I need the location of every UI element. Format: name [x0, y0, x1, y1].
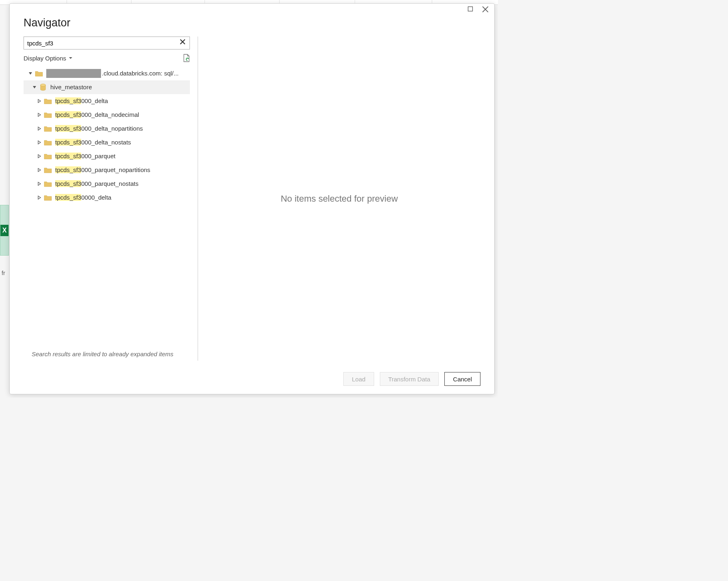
tree-database[interactable]: hive_metastore	[24, 80, 190, 94]
tree-item-label: tpcds_sf3000_delta	[55, 94, 108, 108]
excel-sidebar-badge: X	[0, 205, 9, 256]
close-button[interactable]	[482, 6, 489, 13]
caret-expanded-icon	[28, 71, 32, 75]
refresh-button[interactable]	[183, 54, 190, 62]
maximize-icon	[467, 6, 473, 12]
tree-item-label: tpcds_sf30000_delta	[55, 191, 111, 204]
tree-database-label: hive_metastore	[50, 80, 92, 94]
display-options-label: Display Options	[24, 55, 66, 62]
load-button[interactable]: Load	[343, 372, 374, 386]
tree-item-label: tpcds_sf3000_parquet_nopartitions	[55, 163, 150, 177]
caret-collapsed-icon	[37, 168, 41, 172]
cancel-button[interactable]: Cancel	[444, 372, 480, 386]
database-icon	[39, 84, 47, 91]
svg-rect-0	[468, 7, 473, 11]
redacted-hostname	[46, 69, 101, 78]
tree-view: .cloud.databricks.com: sql/... hive_meta…	[24, 67, 190, 204]
folder-icon	[44, 97, 52, 105]
maximize-button[interactable]	[467, 6, 475, 13]
caret-collapsed-icon	[37, 182, 41, 186]
folder-icon	[35, 70, 43, 77]
folder-icon	[44, 194, 52, 201]
caret-collapsed-icon	[37, 127, 41, 131]
dialog-title: Navigator	[24, 17, 480, 29]
navigator-dialog: Navigator Display Options	[9, 3, 495, 394]
caret-collapsed-icon	[37, 196, 41, 200]
caret-collapsed-icon	[37, 99, 41, 103]
tree-item-label: tpcds_sf3000_delta_nodecimal	[55, 108, 139, 122]
tree-item[interactable]: tpcds_sf3000_parquet	[24, 149, 190, 163]
caret-collapsed-icon	[37, 140, 41, 144]
tree-item[interactable]: tpcds_sf3000_parquet_nopartitions	[24, 163, 190, 177]
tree-item[interactable]: tpcds_sf3000_parquet_nostats	[24, 177, 190, 191]
folder-icon	[44, 166, 52, 174]
folder-icon	[44, 153, 52, 160]
preview-empty-message: No items selected for preview	[281, 194, 398, 204]
folder-icon	[44, 180, 52, 187]
clear-search-button[interactable]	[179, 39, 187, 47]
tree-item-label: tpcds_sf3000_delta_nopartitions	[55, 122, 143, 136]
preview-pane: No items selected for preview	[198, 37, 480, 361]
tree-item-label: tpcds_sf3000_delta_nostats	[55, 136, 131, 149]
tree-item-label: tpcds_sf3000_parquet	[55, 149, 115, 163]
button-row: Load Transform Data Cancel	[24, 361, 480, 386]
titlebar	[10, 4, 494, 13]
search-input[interactable]	[24, 37, 190, 49]
caret-expanded-icon	[32, 85, 37, 89]
search-note: Search results are limited to already ex…	[24, 351, 190, 357]
left-pane: Display Options	[24, 37, 198, 361]
background-label: fr	[2, 270, 5, 276]
tree-item[interactable]: tpcds_sf30000_delta	[24, 191, 190, 204]
tree-item[interactable]: tpcds_sf3000_delta_nopartitions	[24, 122, 190, 136]
tree-item[interactable]: tpcds_sf3000_delta	[24, 94, 190, 108]
tree-item[interactable]: tpcds_sf3000_delta_nostats	[24, 136, 190, 149]
folder-icon	[44, 125, 52, 132]
folder-icon	[44, 111, 52, 118]
transform-data-button[interactable]: Transform Data	[380, 372, 439, 386]
folder-icon	[44, 139, 52, 146]
tree-item-label: tpcds_sf3000_parquet_nostats	[55, 177, 138, 191]
display-options-dropdown[interactable]: Display Options	[24, 55, 73, 62]
excel-logo: X	[0, 225, 9, 236]
tree-root-label: .cloud.databricks.com: sql/...	[102, 67, 179, 80]
close-icon	[482, 6, 489, 13]
caret-collapsed-icon	[37, 113, 41, 117]
tree-root[interactable]: .cloud.databricks.com: sql/...	[24, 67, 190, 80]
svg-point-6	[41, 84, 46, 86]
page-refresh-icon	[183, 54, 190, 62]
chevron-down-icon	[69, 56, 73, 60]
tree-item[interactable]: tpcds_sf3000_delta_nodecimal	[24, 108, 190, 122]
close-icon	[179, 39, 186, 45]
caret-collapsed-icon	[37, 154, 41, 158]
